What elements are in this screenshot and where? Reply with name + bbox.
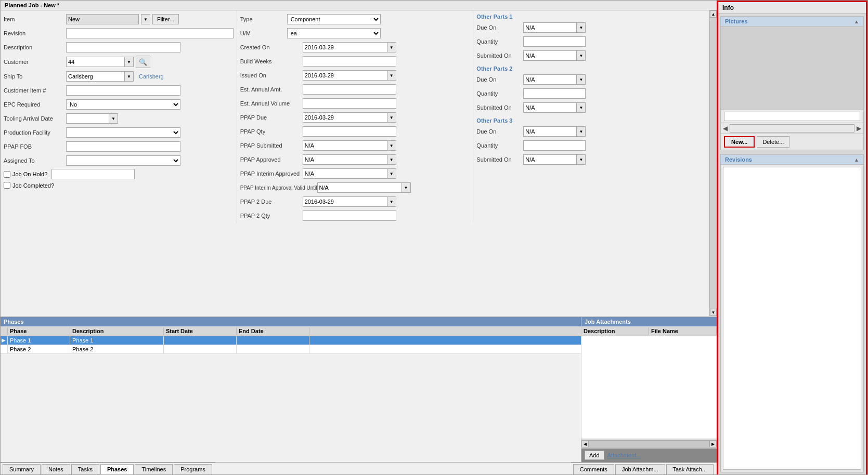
tab-notes[interactable]: Notes bbox=[42, 464, 70, 474]
ppap2-qty-input[interactable] bbox=[303, 210, 396, 221]
op1-submitted-on-dropdown[interactable]: ▼ bbox=[576, 50, 586, 61]
pictures-scroll-row: ◀ ▶ bbox=[721, 123, 863, 134]
pictures-delete-button[interactable]: Delete... bbox=[757, 136, 789, 148]
attach-scroll-right[interactable]: ▶ bbox=[709, 440, 717, 447]
op3-submitted-on-dropdown[interactable]: ▼ bbox=[576, 154, 586, 165]
pictures-scroll-left[interactable]: ◀ bbox=[723, 125, 728, 132]
um-label: U/M bbox=[240, 30, 287, 36]
scrollbar-track bbox=[710, 18, 717, 309]
table-row[interactable]: Phase 2 Phase 2 bbox=[1, 345, 581, 354]
pictures-collapse-btn[interactable]: ▲ bbox=[854, 19, 859, 24]
op2-quantity-input[interactable] bbox=[523, 88, 586, 99]
op2-submitted-on-dropdown[interactable]: ▼ bbox=[576, 102, 586, 113]
job-on-hold-label: Job On Hold? bbox=[12, 171, 47, 177]
op2-due-on-dropdown[interactable]: ▼ bbox=[576, 74, 586, 85]
op3-due-on-input[interactable] bbox=[523, 126, 576, 137]
op2-submitted-on-input[interactable] bbox=[523, 102, 576, 113]
pictures-buttons: New... Delete... bbox=[721, 134, 863, 150]
est-annual-amt-input[interactable] bbox=[303, 84, 396, 95]
revision-input-wrap bbox=[66, 28, 234, 38]
tab-programs[interactable]: Programs bbox=[174, 464, 212, 474]
table-row[interactable]: ▶ Phase 1 Phase 1 bbox=[1, 336, 581, 345]
um-select[interactable]: ea bbox=[287, 28, 381, 38]
info-panel-title: Info bbox=[718, 10, 866, 14]
ppap-approved-input[interactable] bbox=[303, 154, 387, 165]
customer-input[interactable] bbox=[66, 57, 124, 67]
op1-due-on-input[interactable] bbox=[523, 22, 576, 33]
phases-table-header: Phase Description Start Date End Date bbox=[1, 326, 581, 336]
issued-on-dropdown[interactable]: ▼ bbox=[387, 70, 396, 81]
tooling-arrival-dropdown[interactable]: ▼ bbox=[109, 113, 118, 124]
customer-item-input[interactable] bbox=[66, 85, 180, 96]
epc-required-select[interactable]: No bbox=[66, 99, 180, 110]
issued-on-input[interactable] bbox=[303, 70, 387, 81]
ppap-fob-label: PPAP FOB bbox=[4, 143, 66, 150]
build-weeks-input[interactable] bbox=[303, 56, 396, 67]
pictures-text-input[interactable] bbox=[724, 112, 860, 121]
op1-due-on-dropdown[interactable]: ▼ bbox=[576, 22, 586, 33]
ppap-interim-approved-input[interactable] bbox=[303, 168, 387, 179]
ppap-submitted-label: PPAP Submitted bbox=[240, 142, 303, 149]
ppap-due-input[interactable] bbox=[303, 112, 387, 123]
op3-quantity-input[interactable] bbox=[523, 140, 586, 151]
op2-due-on-input[interactable] bbox=[523, 74, 576, 85]
op1-quantity-input[interactable] bbox=[523, 36, 586, 47]
production-facility-select[interactable] bbox=[66, 127, 180, 138]
item-dropdown-btn[interactable]: ▼ bbox=[141, 14, 150, 24]
job-on-hold-input[interactable] bbox=[51, 169, 135, 179]
job-on-hold-checkbox[interactable] bbox=[4, 171, 10, 178]
pictures-new-button[interactable]: New... bbox=[724, 136, 755, 148]
tab-timelines[interactable]: Timelines bbox=[135, 464, 173, 474]
revisions-section-header: Revisions ▲ bbox=[721, 155, 863, 165]
ppap2-due-input[interactable] bbox=[303, 196, 387, 207]
ppap-qty-input[interactable] bbox=[303, 126, 396, 137]
revision-input[interactable] bbox=[66, 28, 234, 38]
pictures-scroll-right[interactable]: ▶ bbox=[857, 125, 861, 132]
customer-search-btn[interactable]: 🔍 bbox=[136, 56, 150, 68]
ppap-due-dropdown[interactable]: ▼ bbox=[387, 112, 396, 123]
job-completed-checkbox[interactable] bbox=[4, 182, 10, 189]
tab-phases[interactable]: Phases bbox=[100, 464, 134, 474]
item-input[interactable] bbox=[66, 14, 139, 24]
item-row: Item ▼ Filter... bbox=[4, 14, 234, 25]
attach-toolbar: Add Attachment... bbox=[581, 448, 717, 462]
ppap-submitted-input[interactable] bbox=[303, 140, 387, 151]
tab-job-attach[interactable]: Job Attachm... bbox=[615, 464, 665, 474]
tab-summary[interactable]: Summary bbox=[3, 464, 41, 474]
scrollbar-down-btn[interactable]: ▼ bbox=[710, 309, 717, 316]
scrollbar-up-btn[interactable]: ▲ bbox=[710, 10, 717, 18]
tab-tasks[interactable]: Tasks bbox=[71, 464, 99, 474]
ship-to-input[interactable] bbox=[66, 71, 124, 82]
ppap2-due-dropdown[interactable]: ▼ bbox=[387, 196, 396, 207]
ppap-fob-input[interactable] bbox=[66, 141, 180, 152]
customer-dropdown-btn[interactable]: ▼ bbox=[124, 57, 134, 67]
tooling-arrival-input[interactable] bbox=[66, 113, 109, 124]
phases-col-end-date: End Date bbox=[237, 327, 309, 335]
tab-comments[interactable]: Comments bbox=[573, 464, 614, 474]
ship-to-dropdown-btn[interactable]: ▼ bbox=[124, 71, 134, 82]
form-scrollbar[interactable]: ▲ ▼ bbox=[709, 10, 717, 316]
created-on-dropdown[interactable]: ▼ bbox=[387, 42, 396, 52]
ppap-interim-valid-dropdown[interactable]: ▼ bbox=[401, 182, 411, 193]
created-on-input[interactable] bbox=[303, 42, 387, 52]
ppap-interim-approved-dropdown[interactable]: ▼ bbox=[387, 168, 396, 179]
add-button[interactable]: Add bbox=[585, 451, 604, 460]
attachment-link[interactable]: Attachment... bbox=[607, 452, 641, 458]
est-annual-volume-input[interactable] bbox=[303, 98, 396, 109]
info-panel: Info Pictures ▲ ◀ ▶ New... bbox=[717, 10, 867, 474]
type-select[interactable]: Component bbox=[287, 14, 381, 24]
ppap-interim-valid-input[interactable] bbox=[317, 182, 401, 193]
tab-task-attach[interactable]: Task Attach... bbox=[666, 464, 714, 474]
revisions-collapse-btn[interactable]: ▲ bbox=[854, 157, 859, 163]
ship-to-link[interactable]: Carlsberg bbox=[139, 73, 164, 80]
op1-submitted-on-input[interactable] bbox=[523, 50, 576, 61]
op3-submitted-on-input[interactable] bbox=[523, 154, 576, 165]
ppap-submitted-dropdown[interactable]: ▼ bbox=[387, 140, 396, 151]
ppap-approved-dropdown[interactable]: ▼ bbox=[387, 154, 396, 165]
description-input[interactable] bbox=[66, 42, 180, 52]
attach-scroll-left[interactable]: ◀ bbox=[581, 440, 589, 447]
op3-due-on-dropdown[interactable]: ▼ bbox=[576, 126, 586, 137]
production-facility-row: Production Facility bbox=[4, 127, 234, 138]
assigned-to-select[interactable] bbox=[66, 155, 180, 166]
filter-button[interactable]: Filter... bbox=[152, 14, 179, 24]
